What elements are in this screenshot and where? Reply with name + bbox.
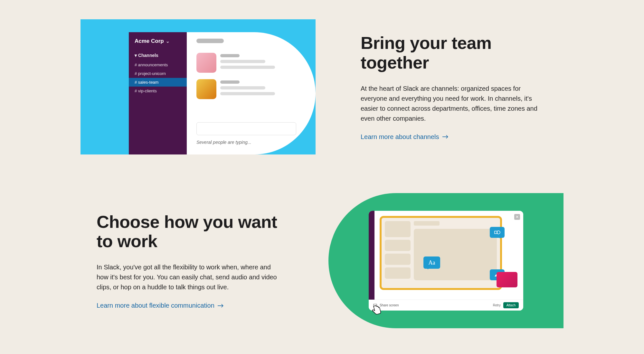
canvas-panel: Aa [380,216,502,290]
channel-item-active: # sales-team [129,78,187,87]
message-row [196,79,306,99]
typing-indicator: Several people are typing... [196,140,251,145]
link-text: Learn more about flexible communication [97,302,214,309]
section-heading: Choose how you want to work [97,212,283,251]
channels-header: Channels [129,50,187,61]
channels-illustration: Acme Corp Channels # announcements # pro… [80,19,316,154]
placeholder-block [385,240,411,251]
message-input [196,122,296,135]
workspace-name: Acme Corp [129,38,187,50]
learn-more-channels-link[interactable]: Learn more about channels [361,133,449,141]
section-text: Choose how you want to work In Slack, yo… [97,212,283,310]
arrow-right-icon [218,303,224,308]
placeholder-block [385,267,411,279]
section-body: In Slack, you've got all the flexibility… [97,262,283,292]
avatar [196,79,216,99]
feature-section-flexibility: ✕ Aa [80,193,564,328]
placeholder-bar [220,80,240,84]
section-heading: Bring your team together [361,33,547,72]
flexibility-illustration: ✕ Aa [328,193,564,328]
placeholder-bar [220,92,275,95]
feature-section-channels: Acme Corp Channels # announcements # pro… [80,19,564,154]
placeholder-main [414,229,497,280]
slack-message-pane: Several people are typing... [187,32,316,154]
learn-more-flexible-link[interactable]: Learn more about flexible communication [97,302,224,309]
message-row [196,53,306,73]
canvas-footer: Share screen Retry Attach [369,300,523,311]
slack-sidebar: Acme Corp Channels # announcements # pro… [129,32,187,154]
channel-title-placeholder [196,39,224,43]
section-text: Bring your team together At the heart of… [361,33,547,141]
video-thumbnail [497,272,517,287]
slack-mock-window: Acme Corp Channels # announcements # pro… [129,32,316,154]
close-icon: ✕ [514,214,520,220]
placeholder-bar [220,60,265,63]
channel-item: # project-unicorn [129,69,187,78]
retry-button: Retry [493,303,501,307]
section-body: At the heart of Slack are channels: orga… [361,84,547,124]
purple-sidebar-strip [369,211,374,300]
arrow-right-icon [442,135,449,139]
channel-item: # vip-clients [129,87,187,95]
placeholder-block [385,254,411,265]
placeholder-bar [220,54,240,57]
placeholder-title [414,221,440,226]
canvas-mock-window: ✕ Aa [369,211,523,311]
share-screen-label: Share screen [380,303,399,307]
placeholder-bar [220,86,265,89]
placeholder-block [385,221,411,237]
link-text: Learn more about channels [361,133,439,141]
channel-item: # announcements [129,61,187,69]
avatar [196,53,216,73]
placeholder-bar [220,66,275,69]
attach-button: Attach [503,302,519,308]
shapes-bubble [490,227,505,238]
text-format-bubble: Aa [423,256,440,269]
